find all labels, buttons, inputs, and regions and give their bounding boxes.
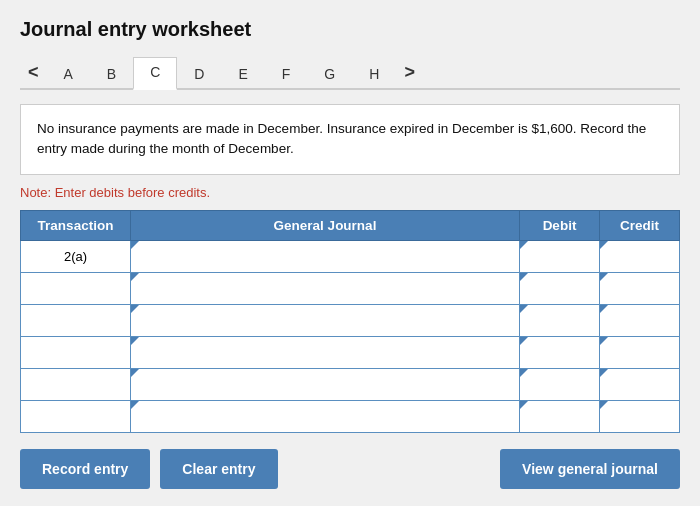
- credit-cell[interactable]: [600, 240, 680, 272]
- debit-input[interactable]: [526, 247, 593, 266]
- record-entry-button[interactable]: Record entry: [20, 449, 150, 489]
- tab-h[interactable]: H: [352, 59, 396, 90]
- table-row: [21, 368, 680, 400]
- table-row: 2(a): [21, 240, 680, 272]
- journal-input[interactable]: [137, 311, 513, 330]
- debit-cell[interactable]: [520, 304, 600, 336]
- col-transaction: Transaction: [21, 210, 131, 240]
- debit-input[interactable]: [526, 343, 593, 362]
- credit-input[interactable]: [606, 375, 673, 394]
- debit-cell[interactable]: [520, 368, 600, 400]
- transaction-cell: [21, 400, 131, 432]
- table-row: [21, 400, 680, 432]
- credit-input[interactable]: [606, 311, 673, 330]
- journal-cell[interactable]: [131, 304, 520, 336]
- transaction-cell: [21, 368, 131, 400]
- debit-input[interactable]: [526, 279, 593, 298]
- credit-cell[interactable]: [600, 368, 680, 400]
- credit-input[interactable]: [606, 343, 673, 362]
- credit-input[interactable]: [606, 407, 673, 426]
- tab-d[interactable]: D: [177, 59, 221, 90]
- credit-cell[interactable]: [600, 304, 680, 336]
- transaction-cell: 2(a): [21, 240, 131, 272]
- credit-cell[interactable]: [600, 336, 680, 368]
- tab-e[interactable]: E: [221, 59, 264, 90]
- credit-cell[interactable]: [600, 400, 680, 432]
- tab-g[interactable]: G: [307, 59, 352, 90]
- tabs-container: < A B C D E F G H >: [20, 55, 680, 90]
- journal-input[interactable]: [137, 375, 513, 394]
- journal-table: Transaction General Journal Debit Credit…: [20, 210, 680, 433]
- col-credit: Credit: [600, 210, 680, 240]
- tab-f[interactable]: F: [265, 59, 308, 90]
- tab-b[interactable]: B: [90, 59, 133, 90]
- journal-input[interactable]: [137, 247, 513, 266]
- journal-cell[interactable]: [131, 240, 520, 272]
- debit-cell[interactable]: [520, 400, 600, 432]
- journal-input[interactable]: [137, 343, 513, 362]
- credit-input[interactable]: [606, 247, 673, 266]
- tab-prev-button[interactable]: <: [20, 59, 47, 85]
- tab-next-button[interactable]: >: [396, 59, 423, 85]
- journal-input[interactable]: [137, 279, 513, 298]
- table-row: [21, 304, 680, 336]
- col-debit: Debit: [520, 210, 600, 240]
- view-general-journal-button[interactable]: View general journal: [500, 449, 680, 489]
- buttons-row: Record entry Clear entry View general jo…: [20, 449, 680, 489]
- debit-input[interactable]: [526, 407, 593, 426]
- journal-cell[interactable]: [131, 400, 520, 432]
- debit-cell[interactable]: [520, 336, 600, 368]
- clear-entry-button[interactable]: Clear entry: [160, 449, 277, 489]
- debit-cell[interactable]: [520, 240, 600, 272]
- debit-input[interactable]: [526, 311, 593, 330]
- description-box: No insurance payments are made in Decemb…: [20, 104, 680, 175]
- journal-input[interactable]: [137, 407, 513, 426]
- credit-cell[interactable]: [600, 272, 680, 304]
- debit-cell[interactable]: [520, 272, 600, 304]
- note-text: Note: Enter debits before credits.: [20, 185, 680, 200]
- journal-cell[interactable]: [131, 272, 520, 304]
- col-general-journal: General Journal: [131, 210, 520, 240]
- tab-a[interactable]: A: [47, 59, 90, 90]
- table-row: [21, 336, 680, 368]
- transaction-cell: [21, 272, 131, 304]
- page-title: Journal entry worksheet: [20, 18, 680, 41]
- transaction-cell: [21, 336, 131, 368]
- journal-cell[interactable]: [131, 368, 520, 400]
- table-row: [21, 272, 680, 304]
- journal-cell[interactable]: [131, 336, 520, 368]
- transaction-cell: [21, 304, 131, 336]
- debit-input[interactable]: [526, 375, 593, 394]
- credit-input[interactable]: [606, 279, 673, 298]
- tab-c[interactable]: C: [133, 57, 177, 90]
- description-text: No insurance payments are made in Decemb…: [37, 121, 646, 156]
